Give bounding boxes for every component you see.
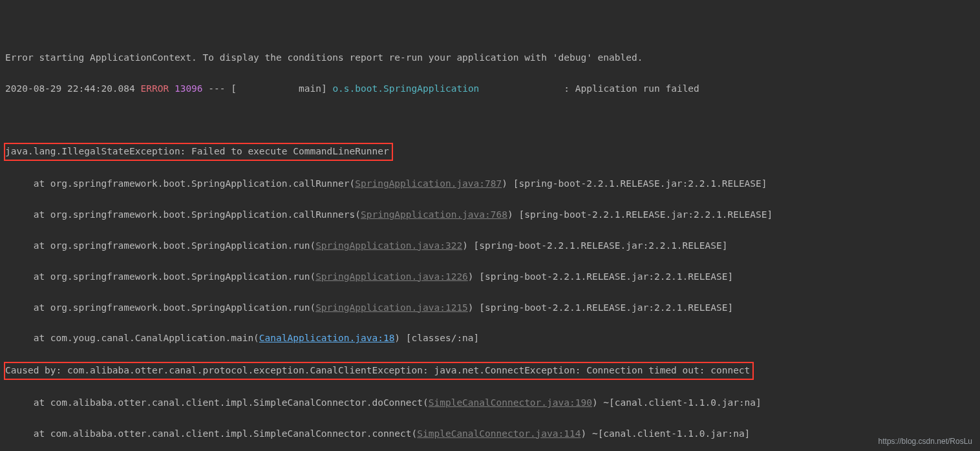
frame-tail: ) [spring-boot-2.2.1.RELEASE.jar:2.2.1.R… <box>502 178 767 189</box>
exception-title: java.lang.IllegalStateException: Failed … <box>5 143 980 161</box>
frame-text: at org.springframework.boot.SpringApplic… <box>5 209 361 220</box>
pid: 13096 <box>175 83 203 94</box>
stack-frame: at com.alibaba.otter.canal.client.impl.S… <box>5 426 980 442</box>
log-line: Error starting ApplicationContext. To di… <box>5 50 980 66</box>
source-link[interactable]: SimpleCanalConnector.java:114 <box>417 428 581 439</box>
watermark: https://blog.csdn.net/RosLu <box>879 435 972 448</box>
caused-by: Caused by: com.alibaba.otter.canal.proto… <box>5 362 980 380</box>
frame-tail: ) ~[canal.client-1.1.0.jar:na] <box>592 397 762 408</box>
stack-frame: at com.alibaba.otter.canal.client.impl.S… <box>5 395 980 411</box>
frame-text: at org.springframework.boot.SpringApplic… <box>5 271 315 282</box>
source-link[interactable]: SpringApplication.java:1226 <box>315 271 468 282</box>
log-message: : Application run failed <box>564 83 699 94</box>
frame-text: at org.springframework.boot.SpringApplic… <box>5 178 355 189</box>
frame-tail: ) ~[canal.client-1.1.0.jar:na] <box>581 428 750 439</box>
stack-frame: at org.springframework.boot.SpringApplic… <box>5 300 980 316</box>
source-link[interactable]: SpringApplication.java:787 <box>355 178 502 189</box>
highlight-box: java.lang.IllegalStateException: Failed … <box>4 143 393 161</box>
frame-tail: ) [spring-boot-2.2.1.RELEASE.jar:2.2.1.R… <box>468 271 733 282</box>
highlight-box: Caused by: com.alibaba.otter.canal.proto… <box>4 362 754 380</box>
blank-line <box>5 112 980 127</box>
source-link[interactable]: SpringApplication.java:768 <box>361 209 507 220</box>
frame-tail: ) [classes/:na] <box>394 333 479 343</box>
timestamp: 2020-08-29 22:44:20.084 <box>5 83 135 94</box>
log-line: 2020-08-29 22:44:20.084 ERROR 13096 --- … <box>5 81 980 97</box>
frame-text: at com.alibaba.otter.canal.client.impl.S… <box>5 428 417 439</box>
source-link[interactable]: SpringApplication.java:1215 <box>315 302 468 313</box>
source-link[interactable]: CanalApplication.java:18 <box>259 333 395 343</box>
source-link[interactable]: SimpleCanalConnector.java:190 <box>429 397 592 408</box>
frame-text: at com.youg.canal.CanalApplication.main( <box>5 333 259 343</box>
frame-text: at org.springframework.boot.SpringApplic… <box>5 302 315 313</box>
logger-name: o.s.boot.SpringApplication <box>332 83 479 94</box>
stack-frame: at org.springframework.boot.SpringApplic… <box>5 269 980 285</box>
stack-frame: at org.springframework.boot.SpringApplic… <box>5 207 980 223</box>
log-level-error: ERROR <box>141 83 169 94</box>
frame-text: at com.alibaba.otter.canal.client.impl.S… <box>5 397 429 408</box>
stack-frame: at org.springframework.boot.SpringApplic… <box>5 176 980 192</box>
frame-tail: ) [spring-boot-2.2.1.RELEASE.jar:2.2.1.R… <box>462 240 727 251</box>
thread-sep: --- [ main] <box>203 83 333 94</box>
stack-frame: at org.springframework.boot.SpringApplic… <box>5 238 980 254</box>
frame-tail: ) [spring-boot-2.2.1.RELEASE.jar:2.2.1.R… <box>507 209 772 220</box>
pad <box>479 83 564 94</box>
frame-text: at org.springframework.boot.SpringApplic… <box>5 240 315 251</box>
stack-frame: at com.youg.canal.CanalApplication.main(… <box>5 331 980 346</box>
source-link[interactable]: SpringApplication.java:322 <box>315 240 462 251</box>
frame-tail: ) [spring-boot-2.2.1.RELEASE.jar:2.2.1.R… <box>468 302 733 313</box>
